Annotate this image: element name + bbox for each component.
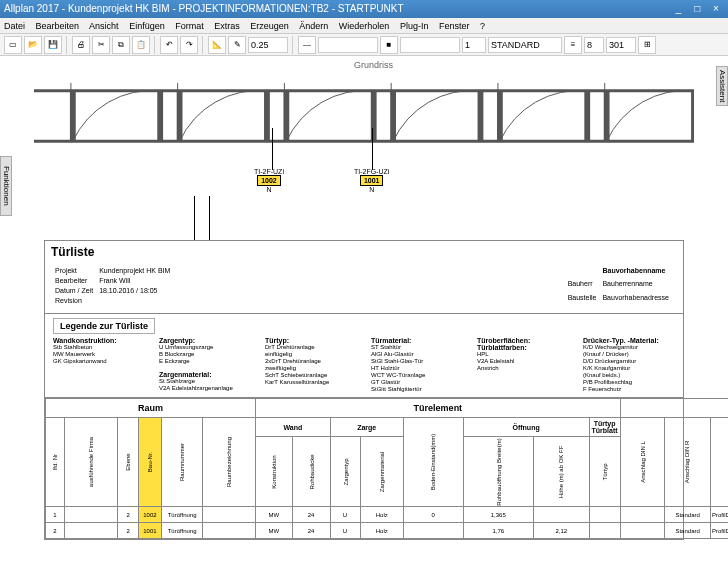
menu-ansicht[interactable]: Ansicht <box>89 21 119 31</box>
redo-icon[interactable]: ↷ <box>180 36 198 54</box>
menu-plugin[interactable]: Plug-In <box>400 21 429 31</box>
sheet-meta: ProjektKundenprojekt HK BIM BearbeiterFr… <box>45 263 683 314</box>
zoom-input[interactable] <box>248 37 288 53</box>
meta-right: Bauvorhabenname BauherrBauherrenname Bau… <box>566 265 675 307</box>
menu-help[interactable]: ? <box>480 21 485 31</box>
legend: Legende zur Türliste Wandkonstruktion: S… <box>45 314 683 398</box>
close-button[interactable]: × <box>708 0 724 18</box>
table-group-row: Raum Türelement Gestaltung Türblatt <box>46 399 729 418</box>
legend-col-wand: Wandkonstruktion: Stb Stahlbeton MW Maue… <box>53 337 145 393</box>
maximize-button[interactable]: □ <box>689 0 705 18</box>
menu-wiederholen[interactable]: Wiederholen <box>339 21 390 31</box>
plan-label: Grundriss <box>354 60 393 70</box>
table-row: 22 1001Türöffnung MW24 UHolz 1,762,12 St… <box>46 523 729 539</box>
open-icon[interactable]: 📂 <box>24 36 42 54</box>
separator <box>66 36 68 54</box>
save-icon[interactable]: 💾 <box>44 36 62 54</box>
left-panel-tab[interactable]: Funktionen <box>0 156 12 216</box>
layer-icon[interactable]: ≡ <box>564 36 582 54</box>
menu-einfuegen[interactable]: Einfügen <box>129 21 165 31</box>
separator <box>292 36 294 54</box>
workspace: Funktionen Assistent Grundriss <box>0 56 728 567</box>
sheet-title: Türliste <box>45 241 683 263</box>
new-icon[interactable]: ▭ <box>4 36 22 54</box>
minimize-button[interactable]: _ <box>670 0 686 18</box>
tag-number: 1001 <box>360 175 384 186</box>
separator <box>154 36 156 54</box>
menu-bearbeiten[interactable]: Bearbeiten <box>36 21 80 31</box>
layer-select[interactable] <box>488 37 562 53</box>
legend-title: Legende zur Türliste <box>53 318 155 334</box>
table-sub-row: lfd. Nr ausführende Firma Ebene Bau-Nr. … <box>46 418 729 437</box>
right-panel-tab[interactable]: Assistent <box>716 66 728 106</box>
color-icon[interactable]: ■ <box>380 36 398 54</box>
window-title: Allplan 2017 - Kundenprojekt HK BIM - PR… <box>4 0 404 18</box>
line-icon[interactable]: — <box>298 36 316 54</box>
print-icon[interactable]: 🖨 <box>72 36 90 54</box>
table-row: 12 1002Türöffnung MW24 UHolz 01,365 Stan… <box>46 507 729 523</box>
pencil-icon[interactable]: ✎ <box>228 36 246 54</box>
door-tag-1002: TI-2F-UZi 1002 N <box>254 168 284 193</box>
legend-col-druecker: Drücker-Typ. -Material: K/D Wechselgarni… <box>583 337 675 393</box>
legend-col-zarge: Zargentyp: U Umfassungszarge B Blockzarg… <box>159 337 251 393</box>
drawing-canvas[interactable]: Grundriss <box>14 60 714 563</box>
window-controls: _ □ × <box>670 0 724 18</box>
menu-aendern[interactable]: Ändern <box>299 21 328 31</box>
page-input[interactable] <box>606 37 636 53</box>
menubar: Datei Bearbeiten Ansicht Einfügen Format… <box>0 18 728 34</box>
tag-dir: N <box>254 186 284 193</box>
legend-columns: Wandkonstruktion: Stb Stahlbeton MW Maue… <box>53 337 675 393</box>
legend-col-oberflaechen: Türoberflächen:Türblattfarben: HPL V2A E… <box>477 337 569 393</box>
floorplan <box>34 72 694 162</box>
menu-erzeugen[interactable]: Erzeugen <box>250 21 289 31</box>
undo-icon[interactable]: ↶ <box>160 36 178 54</box>
floorplan-svg <box>34 72 694 162</box>
linetype-select[interactable] <box>318 37 378 53</box>
leader-line <box>272 128 273 170</box>
door-table: Raum Türelement Gestaltung Türblatt lfd.… <box>45 398 728 539</box>
color-select[interactable] <box>400 37 460 53</box>
legend-col-tuertyp: Türtyp: DrT Drehtüranlage einflügelig 2x… <box>265 337 357 393</box>
cut-icon[interactable]: ✂ <box>92 36 110 54</box>
tag-number: 1002 <box>257 175 281 186</box>
tag-header: TI-2F-UZi <box>254 168 284 175</box>
door-list-sheet: Türliste ProjektKundenprojekt HK BIM Bea… <box>44 240 684 540</box>
toolbar: ▭ 📂 💾 🖨 ✂ ⧉ 📋 ↶ ↷ 📐 ✎ — ■ ≡ ⊞ <box>0 34 728 56</box>
scale-input[interactable] <box>462 37 486 53</box>
menu-datei[interactable]: Datei <box>4 21 25 31</box>
leader-line <box>372 128 373 170</box>
menu-format[interactable]: Format <box>175 21 204 31</box>
meta-left: ProjektKundenprojekt HK BIM BearbeiterFr… <box>53 265 176 307</box>
menu-fenster[interactable]: Fenster <box>439 21 470 31</box>
copy-icon[interactable]: ⧉ <box>112 36 130 54</box>
layernum-input[interactable] <box>584 37 604 53</box>
paste-icon[interactable]: 📋 <box>132 36 150 54</box>
tag-dir: N <box>354 186 389 193</box>
window-titlebar: Allplan 2017 - Kundenprojekt HK BIM - PR… <box>0 0 728 18</box>
menu-extras[interactable]: Extras <box>214 21 240 31</box>
legend-col-tuermaterial: Türmaterial: ST Stahltür AlGl Alu-Glastü… <box>371 337 463 393</box>
grid-icon[interactable]: ⊞ <box>638 36 656 54</box>
door-tag-1001: TI-2FG-UZi 1001 N <box>354 168 389 193</box>
separator <box>202 36 204 54</box>
measure-icon[interactable]: 📐 <box>208 36 226 54</box>
